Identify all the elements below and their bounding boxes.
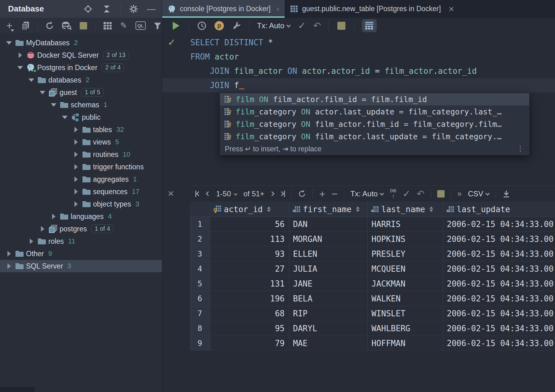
rollback-icon[interactable]: ↷ [313,20,321,31]
tree-item-sql-server[interactable]: SQL Server3 [0,260,162,272]
output-view-button[interactable] [362,19,377,32]
tree-item-tables[interactable]: tables32 [0,123,162,136]
cell-actor_id[interactable]: 68 [210,306,289,321]
tree-item-aggregates[interactable]: aggregates1 [0,173,162,185]
cell-last_name[interactable]: JACKMAN [368,276,443,291]
completion-item-2[interactable]: film_category ON actor.last_update = fil… [220,105,529,118]
tab-new-table[interactable]: guest.public.new_table [Postgres in Dock… [285,0,460,18]
tree-item-mydatabases[interactable]: MyDatabases2 [0,37,162,49]
expand-arrow-icon[interactable] [38,226,47,232]
tree-item-routines[interactable]: routines10 [0,148,162,161]
sort-arrows-icon[interactable] [356,207,360,212]
cell-first_name[interactable]: BELA [289,291,368,306]
column-header-last_update[interactable]: last_update [443,202,555,217]
cell-first_name[interactable]: JANE [289,276,368,291]
tx-mode-select[interactable]: Tx: Auto [350,189,384,198]
tx-mode-select[interactable]: Tx: Auto [257,21,291,30]
add-row-icon[interactable]: + [319,189,325,199]
expand-arrow-icon[interactable] [71,152,81,157]
row-number[interactable]: 6 [190,291,210,306]
cell-last_update[interactable]: 2006-02-15 04:34:33.00 [443,276,555,291]
expand-arrow-icon[interactable] [71,201,81,207]
rollback-icon[interactable]: ↷ [417,188,424,199]
cell-last_name[interactable]: MCQUEEN [368,261,443,276]
cell-last_name[interactable]: HOPKINS [368,232,443,247]
stop-icon[interactable] [79,20,88,31]
cell-actor_id[interactable]: 196 [210,291,289,306]
page-range-select[interactable]: 1-50 [216,189,237,198]
more-options-icon[interactable]: ⋮ [517,145,524,153]
row-number[interactable]: 3 [190,247,210,261]
expand-arrow-icon[interactable] [27,238,36,244]
collapse-arrow-icon[interactable] [60,116,69,119]
stop-icon[interactable] [437,190,445,198]
cell-last_update[interactable]: 2006-02-15 04:34:33.00 [443,261,555,276]
collapse-arrow-icon[interactable] [4,41,14,45]
cell-actor_id[interactable]: 131 [210,276,289,291]
row-number[interactable]: 7 [190,306,210,321]
duplicate-icon[interactable] [21,20,30,31]
completion-item-4[interactable]: film_category ON film_actor.last_update … [220,130,529,143]
expand-arrow-icon[interactable] [71,189,81,194]
filter-icon[interactable] [153,20,162,31]
sort-arrows-icon[interactable] [429,207,433,212]
cell-last_update[interactable]: 2006-02-15 04:34:33.00 [443,291,555,306]
cell-actor_id[interactable]: 27 [210,261,289,276]
code-line-3[interactable]: JOIN film_actor ON actor.actor_id = film… [190,64,477,78]
locate-object-icon[interactable] [83,4,93,14]
cell-first_name[interactable]: DAN [289,217,368,232]
tree-item-postgres[interactable]: postgres1 of 4 [0,223,162,235]
row-number[interactable]: 9 [190,336,210,351]
column-header-actor_id[interactable]: actor_id [210,202,289,217]
download-icon[interactable] [502,190,510,198]
cell-first_name[interactable]: DARYL [289,321,368,336]
cell-first_name[interactable]: RIP [289,306,368,321]
tree-item-sequences[interactable]: sequences17 [0,185,162,198]
tree-item-views[interactable]: views5 [0,136,162,148]
expand-arrow-icon[interactable] [71,127,81,132]
delete-row-icon[interactable]: − [331,189,338,199]
expand-arrow-icon[interactable] [4,251,14,256]
tree-item-roles[interactable]: roles11 [0,235,162,247]
cell-last_update[interactable]: 2006-02-15 04:34:33.00 [443,232,555,247]
expand-arrow-icon[interactable] [16,52,25,58]
tab-console[interactable]: console [Postgres in Docker] › [162,0,285,18]
next-page-icon[interactable] [270,192,274,195]
collapse-all-icon[interactable] [101,4,112,14]
cell-last_name[interactable]: PRESLEY [368,247,443,261]
cell-last_name[interactable]: HOFFMAN [368,336,443,351]
previous-page-icon[interactable] [206,192,210,195]
export-format-select[interactable]: CSV [468,189,489,198]
cell-first_name[interactable]: MORGAN [289,232,368,247]
column-header-last_name[interactable]: last_name [368,202,443,217]
collapse-arrow-icon[interactable] [49,103,58,107]
commit-icon[interactable]: ✓ [402,188,410,199]
cell-first_name[interactable]: ELLEN [289,247,368,261]
code-line-4[interactable]: JOIN f [190,78,244,92]
tree-item-object-types[interactable]: object types3 [0,198,162,210]
add-datasource-button[interactable]: + [5,20,14,31]
tree-item-postgres-in-docker[interactable]: Postgres in Docker2 of 4 [0,61,162,74]
reload-icon[interactable] [298,189,306,198]
row-number[interactable]: 4 [190,261,210,276]
header-corner-cell[interactable] [190,202,210,217]
row-number[interactable]: 5 [190,276,210,291]
cell-last_update[interactable]: 2006-02-15 04:34:33.00 [443,247,555,261]
cell-actor_id[interactable]: 56 [210,217,289,232]
expand-arrow-icon[interactable] [71,176,81,182]
tree-item-languages[interactable]: languages4 [0,210,162,223]
cell-first_name[interactable]: JULIA [289,261,368,276]
cell-actor_id[interactable]: 95 [210,321,289,336]
tree-item-guest[interactable]: guest1 of 5 [0,86,162,99]
completion-item-1[interactable]: film ON film_actor.film_id = film.film_i… [220,93,529,105]
postgres-dialect-badge[interactable]: p [215,21,224,30]
row-number[interactable]: 1 [190,217,210,232]
collapse-arrow-icon[interactable] [38,91,47,94]
code-line-1[interactable]: SELECT DISTINCT * [190,35,273,50]
tree-item-docker-sql-server[interactable]: Docker SQL Server2 of 13 [0,49,162,61]
expand-arrow-icon[interactable] [71,139,81,145]
column-header-first_name[interactable]: first_name [289,202,368,217]
first-page-icon[interactable] [195,191,200,197]
cell-last_update[interactable]: 2006-02-15 04:34:33.00 [443,321,555,336]
row-number[interactable]: 8 [190,321,210,336]
